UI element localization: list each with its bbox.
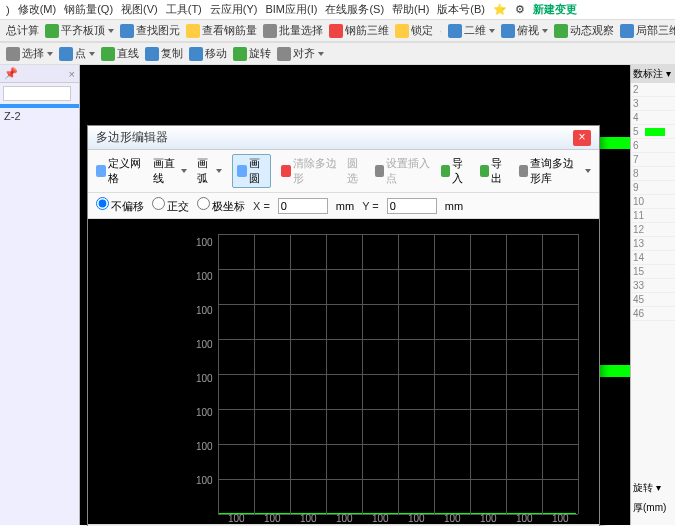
row-num: 11 xyxy=(633,210,645,221)
left-panel-tab[interactable]: 📌 × xyxy=(0,65,79,83)
menu-item[interactable]: 钢筋量(Q) xyxy=(64,2,113,17)
x-input[interactable] xyxy=(278,198,328,214)
tb-align[interactable]: 对齐 xyxy=(277,46,324,61)
row-num: 2 xyxy=(633,84,645,95)
new-change-button[interactable]: 新建变更 xyxy=(533,2,577,17)
toolbar-primary: 总计算 平齐板顶 查找图元 查看钢筋量 批量选择 钢筋三维 锁定 · 二维 俯视… xyxy=(0,19,675,42)
dialog-toolbar-2: 不偏移 正交 极坐标 X = mm Y = mm xyxy=(88,193,599,219)
row-num: 14 xyxy=(633,252,645,263)
tb-level-slab[interactable]: 平齐板顶 xyxy=(45,23,114,38)
define-grid-button[interactable]: 定义网格 xyxy=(96,156,143,186)
menu-item[interactable]: BIM应用(I) xyxy=(265,2,317,17)
tb-local-3d[interactable]: 局部三维 xyxy=(620,23,675,38)
menu-item[interactable]: 视图(V) xyxy=(121,2,158,17)
tb-copy[interactable]: 复制 xyxy=(145,46,183,61)
row-num: 3 xyxy=(633,98,645,109)
menu-item[interactable]: 云应用(Y) xyxy=(210,2,258,17)
menu-item[interactable]: 修改(M) xyxy=(18,2,57,17)
menu-item[interactable]: 帮助(H) xyxy=(392,2,429,17)
set-insert-point-button[interactable]: 设置插入点 xyxy=(375,156,431,186)
tb-move[interactable]: 移动 xyxy=(189,46,227,61)
tb-orbit[interactable]: 动态观察 xyxy=(554,23,614,38)
right-thickness-label: 厚(mm) xyxy=(633,501,666,515)
draw-line-button[interactable]: 画直线 xyxy=(153,156,187,186)
circle-select-button[interactable]: 圆选 xyxy=(347,156,365,186)
polar-radio[interactable]: 极坐标 xyxy=(197,197,245,214)
circle-icon xyxy=(237,165,247,177)
dialog-titlebar[interactable]: 多边形编辑器 × xyxy=(88,126,599,150)
lock-icon xyxy=(395,24,409,38)
y-input[interactable] xyxy=(387,198,437,214)
clear-polygon-button[interactable]: 清除多边形 xyxy=(281,156,337,186)
dialog-title: 多边形编辑器 xyxy=(96,129,168,146)
grid-label-y: 100 xyxy=(196,305,213,316)
export-icon xyxy=(480,165,490,177)
row-num: 12 xyxy=(633,224,645,235)
menu-item[interactable]: 版本号(B) xyxy=(437,2,485,17)
close-icon[interactable]: × xyxy=(69,68,75,80)
right-panel-head[interactable]: 数标注 ▾ xyxy=(631,65,675,83)
right-panel: 数标注 ▾ 2 3 4 5 6 7 8 9 10 11 12 13 14 15 … xyxy=(630,65,675,525)
orbit-icon xyxy=(554,24,568,38)
level-icon xyxy=(45,24,59,38)
menu-item[interactable]: 在线服务(S) xyxy=(325,2,384,17)
dialog-canvas[interactable]: 100 100 100 100 100 100 100 100 100 100 … xyxy=(88,219,599,524)
point-icon xyxy=(59,47,73,61)
left-item[interactable]: Z-2 xyxy=(0,108,79,124)
grid-label-x: 100 xyxy=(300,513,317,524)
topview-icon xyxy=(501,24,515,38)
import-button[interactable]: 导入 xyxy=(441,156,470,186)
tb-select[interactable]: 选择 xyxy=(6,46,53,61)
tb-2d[interactable]: 二维 xyxy=(448,23,495,38)
tb-view-rebar[interactable]: 查看钢筋量 xyxy=(186,23,257,38)
row-num: 7 xyxy=(633,154,645,165)
grid-icon xyxy=(96,165,106,177)
tb-point[interactable]: 点 xyxy=(59,46,95,61)
grid-label-y: 100 xyxy=(196,441,213,452)
row-num: 15 xyxy=(633,266,645,277)
main-workspace: 📌 × Z-2 数标注 ▾ 2 3 4 5 6 7 8 9 10 11 12 1… xyxy=(0,65,675,525)
left-panel: 📌 × Z-2 xyxy=(0,65,80,525)
menu-item[interactable]: ) xyxy=(6,4,10,16)
row-num: 45 xyxy=(633,294,645,305)
close-button[interactable]: × xyxy=(573,130,591,146)
row-num: 9 xyxy=(633,182,645,193)
grid-label-y: 100 xyxy=(196,407,213,418)
row-num: 6 xyxy=(633,140,645,151)
left-search xyxy=(3,86,76,101)
right-rotate-label[interactable]: 旋转 ▾ xyxy=(633,481,661,495)
tb-rotate[interactable]: 旋转 xyxy=(233,46,271,61)
no-offset-radio[interactable]: 不偏移 xyxy=(96,197,144,214)
insert-point-icon xyxy=(375,165,385,177)
search-icon xyxy=(120,24,134,38)
gear-icon[interactable]: ⚙ xyxy=(515,3,525,16)
draw-arc-button[interactable]: 画弧 xyxy=(197,156,222,186)
line-icon xyxy=(101,47,115,61)
grid-label-y: 100 xyxy=(196,339,213,350)
draw-circle-button[interactable]: 画圆 xyxy=(232,154,271,188)
tb-total-calc[interactable]: 总计算 xyxy=(6,23,39,38)
tb-lock[interactable]: 锁定 xyxy=(395,23,433,38)
tb-rebar-3d[interactable]: 钢筋三维 xyxy=(329,23,389,38)
tb-top-view[interactable]: 俯视 xyxy=(501,23,548,38)
tb-batch-select[interactable]: 批量选择 xyxy=(263,23,323,38)
menu-item[interactable]: 工具(T) xyxy=(166,2,202,17)
polygon-editor-dialog: 多边形编辑器 × 定义网格 画直线 画弧 画圆 清除多边形 圆选 设置插入点 导… xyxy=(87,125,600,526)
tb-find-element[interactable]: 查找图元 xyxy=(120,23,180,38)
rebar3d-icon xyxy=(329,24,343,38)
grid-label-x: 100 xyxy=(552,513,569,524)
clear-icon xyxy=(281,165,291,177)
search-input[interactable] xyxy=(3,86,71,101)
ortho-radio[interactable]: 正交 xyxy=(152,197,189,214)
x-label: X = xyxy=(253,200,270,212)
grid-label-y: 100 xyxy=(196,475,213,486)
view2d-icon xyxy=(448,24,462,38)
move-icon xyxy=(189,47,203,61)
row-num: 33 xyxy=(633,280,645,291)
query-library-button[interactable]: 查询多边形库 xyxy=(519,156,591,186)
tb-straight[interactable]: 直线 xyxy=(101,46,139,61)
star-icon: ⭐ xyxy=(493,3,507,16)
grid-label-x: 100 xyxy=(336,513,353,524)
export-button[interactable]: 导出 xyxy=(480,156,509,186)
select-icon xyxy=(6,47,20,61)
